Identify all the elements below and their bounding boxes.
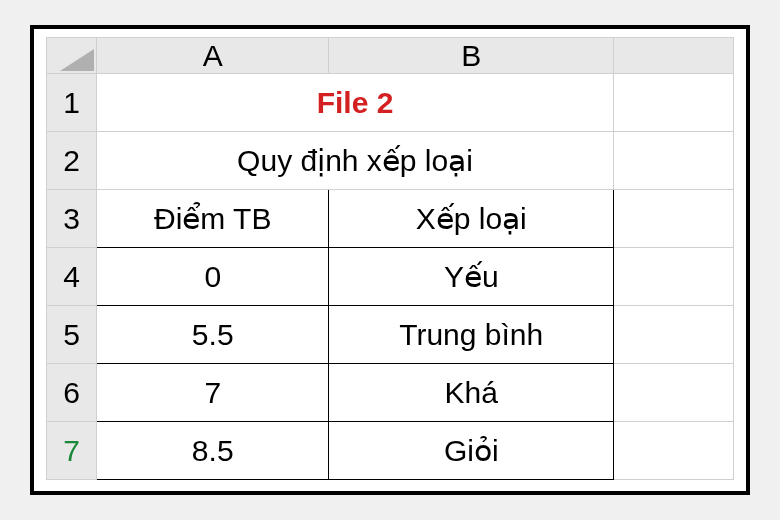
- cell-subtitle[interactable]: Quy định xếp loại: [97, 132, 614, 190]
- row-1: 1 File 2: [47, 74, 734, 132]
- cell-C6[interactable]: [614, 364, 734, 422]
- cell-C2[interactable]: [614, 132, 734, 190]
- row-header-4[interactable]: 4: [47, 248, 97, 306]
- col-header-empty[interactable]: [614, 38, 734, 74]
- cell-B3[interactable]: Xếp loại: [329, 190, 614, 248]
- cell-A3[interactable]: Điểm TB: [97, 190, 329, 248]
- row-4: 4 0 Yếu: [47, 248, 734, 306]
- row-header-7[interactable]: 7: [47, 422, 97, 480]
- row-3: 3 Điểm TB Xếp loại: [47, 190, 734, 248]
- row-2: 2 Quy định xếp loại: [47, 132, 734, 190]
- column-header-row: A B: [47, 38, 734, 74]
- row-5: 5 5.5 Trung bình: [47, 306, 734, 364]
- row-header-3[interactable]: 3: [47, 190, 97, 248]
- row-6: 6 7 Khá: [47, 364, 734, 422]
- cell-C5[interactable]: [614, 306, 734, 364]
- cell-A5[interactable]: 5.5: [97, 306, 329, 364]
- screenshot-frame: A B 1 File 2 2 Quy định xếp loại 3 Điểm …: [30, 25, 750, 495]
- row-7: 7 8.5 Giỏi: [47, 422, 734, 480]
- cell-A7[interactable]: 8.5: [97, 422, 329, 480]
- spreadsheet: A B 1 File 2 2 Quy định xếp loại 3 Điểm …: [46, 37, 734, 483]
- select-all-corner[interactable]: [47, 38, 97, 74]
- cell-A6[interactable]: 7: [97, 364, 329, 422]
- cell-B7[interactable]: Giỏi: [329, 422, 614, 480]
- row-header-2[interactable]: 2: [47, 132, 97, 190]
- row-header-1[interactable]: 1: [47, 74, 97, 132]
- cell-A4[interactable]: 0: [97, 248, 329, 306]
- cell-title[interactable]: File 2: [97, 74, 614, 132]
- row-header-5[interactable]: 5: [47, 306, 97, 364]
- cell-C1[interactable]: [614, 74, 734, 132]
- row-header-6[interactable]: 6: [47, 364, 97, 422]
- cell-C3[interactable]: [614, 190, 734, 248]
- cell-B5[interactable]: Trung bình: [329, 306, 614, 364]
- cell-C7[interactable]: [614, 422, 734, 480]
- cell-C4[interactable]: [614, 248, 734, 306]
- col-header-B[interactable]: B: [329, 38, 614, 74]
- cell-B4[interactable]: Yếu: [329, 248, 614, 306]
- cell-B6[interactable]: Khá: [329, 364, 614, 422]
- select-all-triangle-icon: [60, 49, 94, 71]
- grid-table: A B 1 File 2 2 Quy định xếp loại 3 Điểm …: [46, 37, 734, 480]
- col-header-A[interactable]: A: [97, 38, 329, 74]
